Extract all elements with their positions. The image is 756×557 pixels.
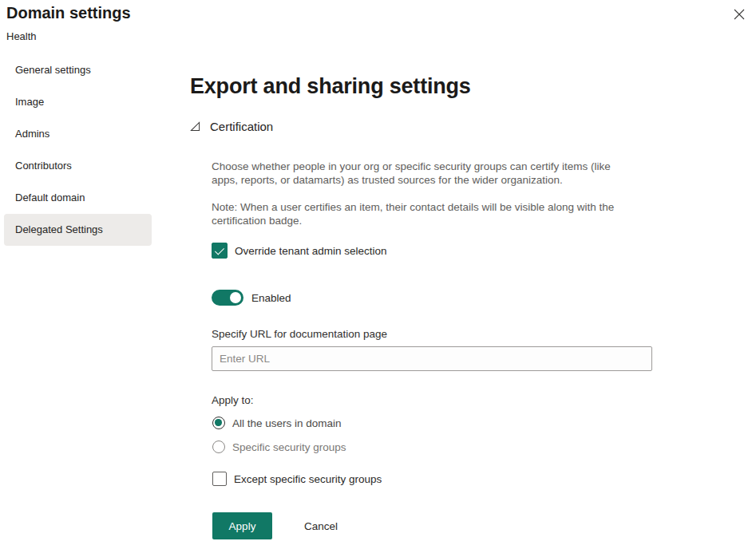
radio-all-users-label: All the users in domain [232,417,342,429]
radio-specific-groups-label: Specific security groups [232,441,346,453]
except-checkbox-label: Except specific security groups [234,473,382,485]
page-title: Domain settings [6,4,131,22]
override-checkbox-label: Override tenant admin selection [235,245,387,257]
sidebar-item-general-settings[interactable]: General settings [4,54,152,86]
checkbox-unchecked-icon[interactable] [212,472,227,486]
radio-unselected-icon[interactable] [212,440,225,453]
sidebar-item-default-domain[interactable]: Default domain [4,182,152,214]
certification-description: Choose whether people in your org or spe… [212,160,633,187]
sidebar-item-contributors[interactable]: Contributors [4,150,152,182]
domain-name-subtitle: Health [6,30,37,42]
except-specific-groups-checkbox[interactable]: Except specific security groups [212,472,382,486]
toggle-state-label: Enabled [251,292,291,304]
sidebar-item-image[interactable]: Image [4,86,152,118]
apply-to-label: Apply to: [212,394,254,406]
close-icon [734,9,745,22]
collapse-triangle-icon[interactable] [190,121,200,132]
certification-section-header[interactable]: Certification [190,120,273,133]
certification-note: Note: When a user certifies an item, the… [212,200,633,227]
sidebar-item-admins[interactable]: Admins [4,118,152,150]
export-sharing-settings-title: Export and sharing settings [190,74,471,99]
url-field-label: Specify URL for documentation page [212,328,387,340]
settings-sidebar: General settings Image Admins Contributo… [0,54,160,246]
certification-section-label: Certification [210,120,273,133]
documentation-url-input[interactable] [212,346,652,371]
cancel-button[interactable]: Cancel [291,512,350,539]
enabled-toggle-row[interactable]: Enabled [212,290,291,306]
override-tenant-admin-checkbox[interactable]: Override tenant admin selection [212,243,387,259]
enabled-toggle[interactable] [212,290,243,306]
toggle-knob [230,292,241,303]
apply-button[interactable]: Apply [212,512,272,539]
radio-specific-security-groups[interactable]: Specific security groups [212,440,346,453]
radio-selected-icon[interactable] [212,417,225,429]
sidebar-item-delegated-settings[interactable]: Delegated Settings [4,214,152,246]
checkbox-checked-icon[interactable] [212,243,228,259]
radio-all-users-in-domain[interactable]: All the users in domain [212,417,342,429]
close-button[interactable] [730,6,749,25]
